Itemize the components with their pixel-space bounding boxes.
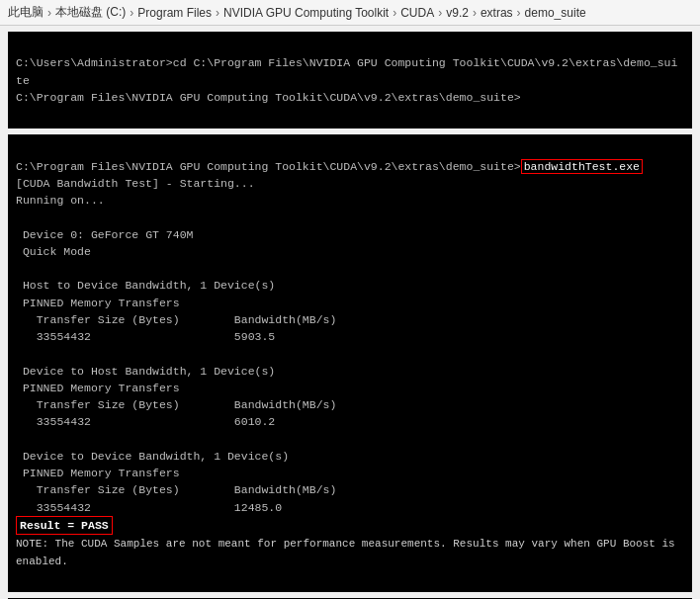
breadcrumb-sep-0: ›	[47, 6, 51, 20]
breadcrumb-item-4: CUDA	[400, 6, 434, 20]
breadcrumb-sep-1: ›	[130, 6, 133, 20]
terminal1-line1: C:\Users\Administrator>cd C:\Program Fil…	[16, 56, 677, 86]
breadcrumb-sep-5: ›	[473, 6, 477, 20]
terminal2-body: [CUDA Bandwidth Test] - Starting... Runn…	[16, 177, 336, 514]
breadcrumb: 此电脑 › 本地磁盘 (C:) › Program Files › NVIDIA…	[0, 0, 700, 26]
terminal2-result: Result = PASS	[16, 516, 113, 535]
breadcrumb-sep-2: ›	[216, 6, 219, 20]
terminal2-note: NOTE: The CUDA Samples are not meant for…	[16, 538, 681, 567]
terminal-bandwidth: C:\Program Files\NVIDIA GPU Computing To…	[8, 134, 692, 592]
breadcrumb-item-0: 此电脑	[8, 4, 44, 21]
breadcrumb-sep-6: ›	[517, 6, 521, 20]
page-container: 此电脑 › 本地磁盘 (C:) › Program Files › NVIDIA…	[0, 0, 700, 599]
breadcrumb-item-2: Program Files	[137, 6, 212, 20]
terminal1-line2: C:\Program Files\NVIDIA GPU Computing To…	[16, 91, 521, 104]
breadcrumb-item-6: extras	[481, 6, 513, 20]
breadcrumb-sep-4: ›	[438, 6, 442, 20]
breadcrumb-item-7: demo_suite	[525, 6, 586, 20]
breadcrumb-item-5: v9.2	[446, 6, 469, 20]
terminal2-prefix: C:\Program Files\NVIDIA GPU Computing To…	[16, 160, 521, 173]
breadcrumb-sep-3: ›	[393, 6, 396, 20]
breadcrumb-item-3: NVIDIA GPU Computing Toolkit	[223, 6, 389, 20]
breadcrumb-item-1: 本地磁盘 (C:)	[55, 4, 126, 21]
terminal2-command: bandwidthTest.exe	[521, 159, 643, 174]
terminal-cd: C:\Users\Administrator>cd C:\Program Fil…	[8, 32, 692, 128]
